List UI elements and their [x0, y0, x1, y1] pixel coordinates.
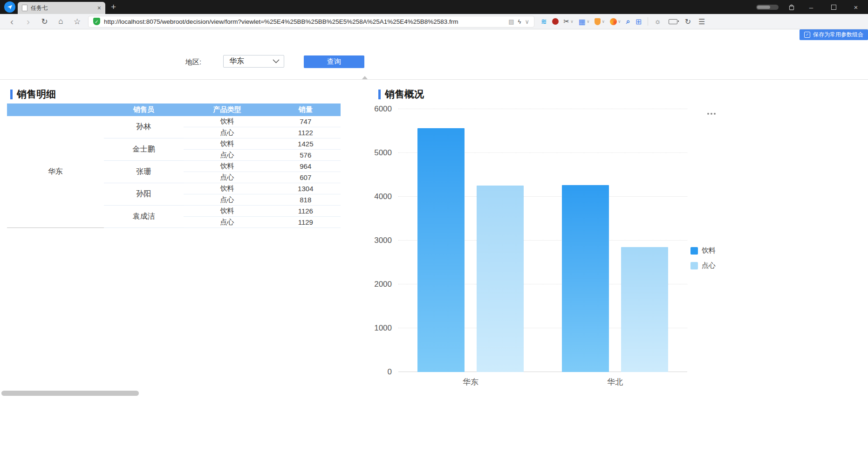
chevron-down-icon[interactable]: ∨ — [525, 18, 529, 25]
wave-icon: ≋ — [541, 17, 547, 26]
extension-browser-ball[interactable]: ∨ — [608, 18, 623, 25]
minimize-button[interactable]: – — [805, 3, 818, 11]
brightness-icon[interactable]: ☼ — [654, 17, 661, 26]
extension-search[interactable]: ⌕ — [624, 17, 632, 26]
dot — [714, 113, 716, 115]
favorite-star-icon[interactable]: ☆ — [69, 17, 85, 27]
page-icon — [22, 5, 27, 11]
salesperson-cell: 袁成洁 — [104, 206, 184, 228]
salesperson-cell: 孙阳 — [104, 183, 184, 206]
title-accent-bar — [378, 90, 381, 99]
region-select-value: 华东 — [229, 56, 244, 66]
detail-table-body: 华东孙林饮料747点心1122金士鹏饮料1425点心576张珊饮料964点心60… — [7, 116, 341, 228]
horizontal-scrollbar-thumb[interactable] — [1, 391, 139, 396]
apps-grid-icon: ⊞ — [636, 17, 642, 26]
y-axis-label: 4000 — [374, 192, 392, 201]
sync-icon[interactable]: ↻ — [685, 17, 691, 26]
extension-shield[interactable]: ∨ — [593, 18, 607, 25]
bar-点心-华北[interactable] — [621, 247, 668, 372]
maximize-icon — [831, 5, 836, 10]
legend-swatch — [690, 262, 698, 269]
sales-value-cell: 1425 — [271, 138, 341, 150]
extension-table[interactable]: ▦∨ — [577, 17, 592, 26]
legend-label: 点心 — [702, 261, 716, 270]
region-cell: 华东 — [7, 116, 104, 228]
window-controls: – × — [756, 3, 868, 11]
bar-饮料-华北[interactable] — [562, 185, 609, 372]
sales-value-cell: 747 — [271, 116, 341, 127]
browser-tab-bar: 任务七 × + – × — [0, 0, 868, 14]
magnifier-icon: ⌕ — [626, 17, 630, 26]
product-type-cell: 点心 — [184, 150, 270, 161]
flash-icon[interactable]: ϟ — [518, 18, 521, 25]
new-tab-button[interactable]: + — [111, 2, 116, 12]
sales-detail-table: 销售员 产品类型 销量 华东孙林饮料747点心1122金士鹏饮料1425点心57… — [7, 103, 341, 228]
tab-close-icon[interactable]: × — [97, 4, 101, 12]
sales-value-cell: 818 — [271, 194, 341, 206]
sales-header: 销量 — [271, 103, 341, 116]
reader-mode-icon[interactable]: ▤ — [508, 18, 514, 25]
bar-饮料-华东[interactable] — [417, 128, 465, 372]
power-indicator — [756, 5, 779, 10]
detail-title-text: 销售明细 — [17, 88, 56, 101]
panel-divider — [0, 79, 868, 80]
y-axis-label: 3000 — [374, 236, 392, 245]
x-axis-label: 华东 — [463, 377, 478, 387]
tab-title: 任务七 — [31, 4, 94, 12]
battery-icon[interactable] — [669, 19, 677, 24]
x-axis-label: 华北 — [607, 377, 623, 387]
power-indicator-fill — [757, 6, 770, 9]
product-type-header: 产品类型 — [184, 103, 270, 116]
url-text[interactable]: http://localhost:8075/webroot/decision/v… — [104, 18, 505, 25]
rewards-bag-icon[interactable] — [788, 3, 795, 11]
overview-title-text: 销售概况 — [385, 88, 424, 101]
query-button[interactable]: 查询 — [304, 55, 364, 68]
region-label: 地区: — [185, 58, 201, 67]
toolbar-divider — [648, 17, 648, 26]
product-type-cell: 饮料 — [184, 161, 270, 172]
menu-icon[interactable]: ☰ — [698, 17, 705, 26]
more-options-icon[interactable] — [707, 113, 716, 115]
collapse-arrow-icon[interactable] — [362, 76, 368, 79]
extension-apps[interactable]: ⊞ — [634, 17, 643, 26]
extension-red[interactable] — [550, 18, 560, 25]
sales-value-cell: 1122 — [271, 127, 341, 138]
maximize-button[interactable] — [827, 3, 840, 11]
address-bar[interactable]: ✓ http://localhost:8075/webroot/decision… — [88, 16, 534, 28]
product-type-cell: 饮料 — [184, 183, 270, 194]
y-axis-label: 0 — [388, 367, 392, 377]
back-button[interactable]: ‹ — [4, 16, 20, 27]
paper-plane-icon — [7, 4, 13, 10]
sales-value-cell: 576 — [271, 150, 341, 161]
table-row: 华东孙林饮料747 — [7, 116, 341, 127]
dot — [707, 113, 709, 115]
site-security-icon: ✓ — [93, 18, 100, 25]
bar-点心-华东[interactable] — [477, 186, 524, 372]
browser-tab[interactable]: 任务七 × — [18, 2, 105, 14]
salesperson-cell: 金士鹏 — [104, 138, 184, 161]
home-button[interactable]: ⌂ — [53, 17, 69, 26]
extension-wave[interactable]: ≋ — [539, 17, 549, 26]
y-axis-label: 6000 — [374, 104, 392, 114]
product-type-cell: 饮料 — [184, 116, 270, 127]
dot — [711, 113, 712, 115]
close-button[interactable]: × — [849, 3, 862, 11]
chart-plot: 0100020003000400050006000华东华北 — [398, 109, 687, 372]
scissors-icon: ✂ — [564, 17, 570, 26]
legend-item-饮料[interactable]: 饮料 — [690, 246, 716, 255]
chevron-down-icon: ∨ — [601, 19, 605, 24]
forward-button[interactable]: › — [20, 16, 36, 27]
browser-logo-icon[interactable] — [4, 1, 15, 13]
overview-panel-title: 销售概况 — [378, 88, 424, 101]
save-param-button[interactable]: ✓ 保存为常用参数组合 — [800, 29, 868, 40]
table-header-row: 销售员 产品类型 销量 — [7, 103, 341, 116]
region-select[interactable]: 华东 — [223, 55, 284, 68]
legend-item-点心[interactable]: 点心 — [690, 261, 716, 270]
chevron-down-icon — [273, 59, 280, 63]
legend-label: 饮料 — [702, 246, 716, 255]
refresh-button[interactable]: ↻ — [36, 17, 53, 27]
sales-value-cell: 1126 — [271, 206, 341, 217]
extension-clipper[interactable]: ✂∨ — [562, 17, 575, 26]
product-type-cell: 饮料 — [184, 206, 270, 217]
product-type-cell: 点心 — [184, 194, 270, 206]
